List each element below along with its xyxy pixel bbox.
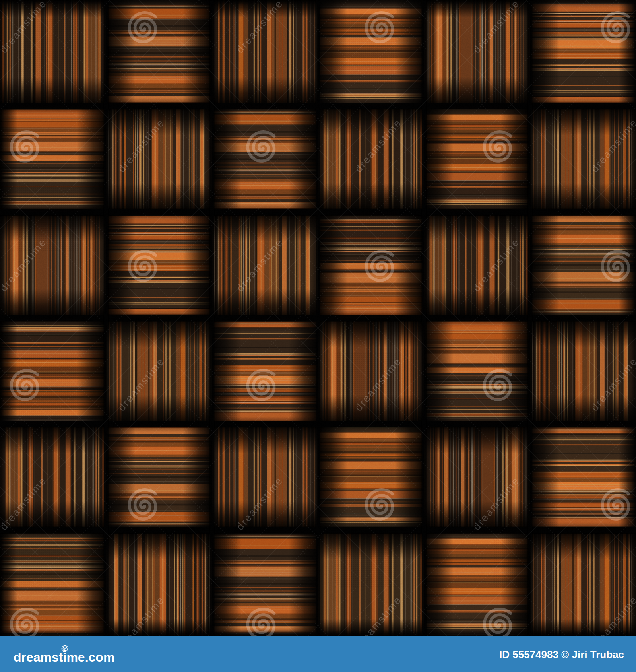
- svg-text:dreamstime.com: dreamstime.com: [14, 650, 114, 664]
- svg-text:ID 55574983 © Jiri Trubac: ID 55574983 © Jiri Trubac: [499, 649, 624, 660]
